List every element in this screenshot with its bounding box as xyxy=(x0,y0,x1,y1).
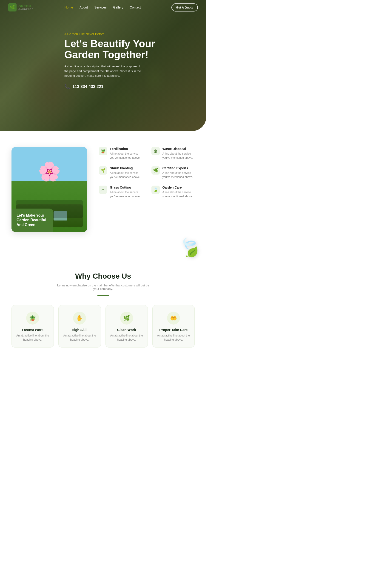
care-title: Proper Take Care xyxy=(156,328,191,332)
hero-description: A short line or a description that will … xyxy=(64,64,143,78)
service-info-grass: Grass Cutting A line about the service y… xyxy=(110,186,142,199)
fastest-desc: An attractive line about the heading abo… xyxy=(15,334,50,342)
brand-name: GREEN xyxy=(18,4,34,8)
brand-sub: GARDENER xyxy=(18,8,34,10)
clean-desc: An attractive line about the heading abo… xyxy=(109,334,144,342)
why-card-care: 🤲 Proper Take Care An attractive line ab… xyxy=(152,305,195,347)
service-desc-garden: A line about the service you've mentione… xyxy=(162,190,195,199)
leaf-icon: 🍃 xyxy=(176,233,204,262)
service-desc-fertilization: A line about the service you've mentione… xyxy=(110,152,142,160)
why-card-fastest: 🪴 Fastest Work An attractive line about … xyxy=(11,305,54,347)
logo-icon: 🌿 xyxy=(8,3,17,11)
why-section: Why Choose Us Let us now emphasize on th… xyxy=(0,263,206,361)
service-title-experts: Certified Experts xyxy=(162,166,195,170)
fastest-icon: 🪴 xyxy=(26,312,39,325)
navbar: 🌿 GREEN GARDENER Home About Services Gal… xyxy=(0,0,206,15)
skill-icon: ✋ xyxy=(73,312,86,325)
services-image-card: Let's Make Your Garden Beautiful And Gre… xyxy=(11,147,87,232)
hero-section: 🌿 GREEN GARDENER Home About Services Gal… xyxy=(0,0,206,131)
service-title-garden: Garden Care xyxy=(162,186,195,189)
service-item-grass: ✂ Grass Cutting A line about the service… xyxy=(99,186,142,199)
service-desc-grass: A line about the service you've mentione… xyxy=(110,190,142,199)
service-info-fertilization: Fertilization A line about the service y… xyxy=(110,147,142,160)
fertilization-icon: 🪴 xyxy=(99,147,107,155)
service-info-experts: Certified Experts A line about the servi… xyxy=(162,166,195,179)
hero-content: A Garden Like Never Before Let's Beautif… xyxy=(64,32,161,89)
nav-item-about[interactable]: About xyxy=(80,5,88,9)
experts-icon: 🌿 xyxy=(151,166,160,174)
service-desc-shrub: A line about the service you've mentione… xyxy=(110,171,142,179)
why-title: Why Choose Us xyxy=(11,272,195,280)
phone-icon: 📞 xyxy=(64,84,70,89)
phone-number: 113 334 433 221 xyxy=(72,84,103,89)
services-card-label: Let's Make Your Garden Beautiful And Gre… xyxy=(11,209,53,232)
nav-item-gallery[interactable]: Gallery xyxy=(113,5,123,9)
service-title-grass: Grass Cutting xyxy=(110,186,142,189)
nav-links: Home About Services Gallery Contact xyxy=(64,5,141,9)
nav-item-services[interactable]: Services xyxy=(94,5,107,9)
clean-icon: 🌿 xyxy=(120,312,133,325)
leaf-decoration: 🍃 xyxy=(0,237,206,258)
service-item-waste: 🗑 Waste Disposal A line about the servic… xyxy=(151,147,195,160)
service-item-shrub: 🌱 Shrub Planting A line about the servic… xyxy=(99,166,142,179)
care-icon: 🤲 xyxy=(167,312,180,325)
why-description: Let us now emphasize on the main benefit… xyxy=(55,284,151,291)
fastest-title: Fastest Work xyxy=(15,328,50,332)
services-list: 🪴 Fertilization A line about the service… xyxy=(99,147,195,199)
why-cards: 🪴 Fastest Work An attractive line about … xyxy=(11,305,195,347)
care-desc: An attractive line about the heading abo… xyxy=(156,334,191,342)
services-section: Let's Make Your Garden Beautiful And Gre… xyxy=(0,131,206,241)
get-quote-button[interactable]: Get A Quote xyxy=(171,3,198,11)
service-item-fertilization: 🪴 Fertilization A line about the service… xyxy=(99,147,142,160)
service-desc-waste: A line about the service you've mentione… xyxy=(162,152,195,160)
skill-desc: An attractive line about the heading abo… xyxy=(62,334,97,342)
waste-icon: 🗑 xyxy=(151,147,160,155)
shrub-icon: 🌱 xyxy=(99,166,107,174)
service-title-shrub: Shrub Planting xyxy=(110,166,142,170)
logo-text: GREEN GARDENER xyxy=(18,4,34,10)
why-divider xyxy=(98,295,109,296)
service-info-garden: Garden Care A line about the service you… xyxy=(162,186,195,199)
service-item-garden: 🍃 Garden Care A line about the service y… xyxy=(151,186,195,199)
hero-phone: 📞 113 334 433 221 xyxy=(64,84,161,89)
nav-item-contact[interactable]: Contact xyxy=(130,5,141,9)
service-info-waste: Waste Disposal A line about the service … xyxy=(162,147,195,160)
hero-tagline: A Garden Like Never Before xyxy=(64,32,161,36)
why-card-skill: ✋ High Skill An attractive line about th… xyxy=(58,305,101,347)
service-title-waste: Waste Disposal xyxy=(162,147,195,151)
skill-title: High Skill xyxy=(62,328,97,332)
service-info-shrub: Shrub Planting A line about the service … xyxy=(110,166,142,179)
why-card-clean: 🌿 Clean Work An attractive line about th… xyxy=(105,305,148,347)
service-desc-experts: A line about the service you've mentione… xyxy=(162,171,195,179)
service-item-experts: 🌿 Certified Experts A line about the ser… xyxy=(151,166,195,179)
service-title-fertilization: Fertilization xyxy=(110,147,142,151)
logo[interactable]: 🌿 GREEN GARDENER xyxy=(8,3,34,11)
grass-icon: ✂ xyxy=(99,186,107,194)
garden-icon: 🍃 xyxy=(151,186,160,194)
clean-title: Clean Work xyxy=(109,328,144,332)
hero-title: Let's Beautify Your Garden Together! xyxy=(64,38,161,60)
nav-item-home[interactable]: Home xyxy=(64,5,73,9)
